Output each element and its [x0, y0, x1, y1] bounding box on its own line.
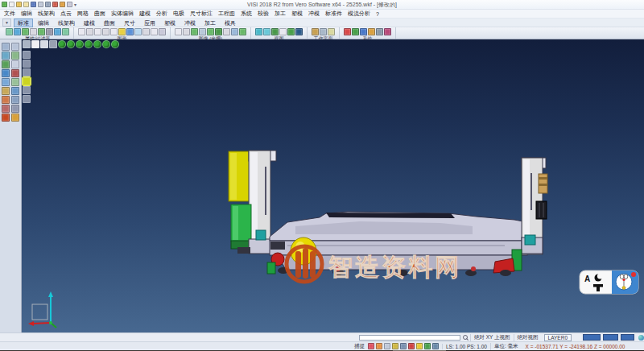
command-input[interactable]: [359, 335, 460, 341]
snap-icon[interactable]: [416, 343, 423, 349]
ribbon-icon[interactable]: [110, 28, 118, 35]
left-toolbar-icon[interactable]: [11, 78, 19, 86]
quick-access-icon[interactable]: [9, 2, 14, 7]
menu-item[interactable]: 尺寸标注: [190, 10, 213, 18]
toolbar-tab[interactable]: 模具: [221, 19, 240, 27]
ribbon-icon[interactable]: [368, 28, 375, 35]
ribbon-icon[interactable]: [271, 28, 279, 35]
menu-item[interactable]: 点云: [60, 10, 72, 18]
ribbon-icon[interactable]: [14, 28, 21, 35]
toolbar-tab[interactable]: 标准: [14, 19, 33, 27]
ribbon-icon[interactable]: [6, 28, 13, 35]
snap-label[interactable]: 捕捉: [354, 343, 365, 350]
workplane-status[interactable]: 绝对 XY 上视图: [470, 334, 514, 341]
ribbon-icon[interactable]: [159, 28, 166, 35]
ribbon-icon[interactable]: [352, 28, 359, 35]
left-toolbar-icon[interactable]: [2, 96, 10, 104]
left-toolbar-icon[interactable]: [2, 87, 10, 95]
quick-access-icon[interactable]: [16, 2, 22, 7]
ribbon-icon[interactable]: [142, 28, 150, 35]
toolbar-tab[interactable]: 尺寸: [120, 19, 139, 27]
units-status[interactable]: 单位: 毫米: [490, 343, 522, 350]
globe-icon[interactable]: [638, 335, 644, 341]
left-toolbar-icon[interactable]: [11, 114, 19, 122]
layer-indicator[interactable]: LAYER0: [544, 334, 572, 341]
left-toolbar-icon[interactable]: [11, 96, 19, 104]
drawing-canvas[interactable]: 智造资料网 A: [22, 39, 644, 332]
left-toolbar-icon[interactable]: [11, 60, 19, 68]
ribbon-icon[interactable]: [320, 28, 327, 35]
menu-item[interactable]: ?: [376, 11, 379, 17]
menu-item[interactable]: 电极: [173, 10, 184, 18]
menu-item[interactable]: 分析: [156, 10, 167, 18]
menu-item[interactable]: 曲面: [94, 10, 105, 18]
ribbon-icon[interactable]: [151, 28, 158, 35]
menu-item[interactable]: 网格: [77, 10, 89, 18]
left-toolbar-icon[interactable]: [11, 105, 19, 113]
quick-access-icon[interactable]: [31, 2, 36, 7]
left-toolbar-icon[interactable]: [2, 78, 10, 86]
ribbon-icon[interactable]: [183, 28, 190, 35]
ribbon-icon[interactable]: [223, 28, 230, 35]
left-toolbar-icon[interactable]: [11, 87, 19, 95]
toolbar-tab[interactable]: 应用: [140, 19, 159, 27]
ribbon-icon[interactable]: [94, 28, 101, 35]
toolbar-tab[interactable]: 加工: [200, 19, 220, 27]
toolbar-tab[interactable]: 冲模: [180, 19, 200, 27]
toolbar-tab[interactable]: 建模: [80, 19, 99, 27]
menu-item[interactable]: 塑模: [291, 10, 303, 18]
left-toolbar-icon[interactable]: [2, 69, 10, 77]
ribbon-icon[interactable]: [102, 28, 109, 35]
ribbon-icon[interactable]: [126, 28, 134, 35]
ribbon-icon[interactable]: [38, 28, 45, 35]
quick-access-icon[interactable]: [60, 2, 65, 7]
quick-access-icon[interactable]: [38, 2, 43, 7]
left-toolbar-icon[interactable]: [2, 52, 10, 60]
ribbon-icon[interactable]: [263, 28, 270, 35]
snap-icon[interactable]: [392, 343, 398, 349]
ribbon-icon[interactable]: [86, 28, 93, 35]
menu-item[interactable]: 文件: [4, 10, 15, 18]
snap-icon[interactable]: [424, 343, 431, 349]
ribbon-icon[interactable]: [54, 28, 61, 35]
ribbon-icon[interactable]: [295, 28, 303, 35]
menu-item[interactable]: 建模: [139, 10, 151, 18]
ribbon-icon[interactable]: [279, 28, 287, 35]
ribbon-icon[interactable]: [191, 28, 198, 35]
quick-access-icon[interactable]: [23, 2, 29, 7]
left-toolbar-icon[interactable]: [2, 105, 10, 113]
quick-access-icon[interactable]: [67, 2, 72, 7]
ribbon-icon[interactable]: [30, 28, 37, 35]
quick-access-dropdown-icon[interactable]: ▾: [74, 2, 76, 7]
snap-icon[interactable]: [368, 343, 374, 349]
snap-icon[interactable]: [384, 343, 390, 349]
left-toolbar-icon[interactable]: [2, 60, 10, 68]
ribbon-icon[interactable]: [239, 28, 246, 35]
ribbon-icon[interactable]: [328, 28, 335, 35]
menu-item[interactable]: 冲模: [308, 10, 320, 18]
snap-icon[interactable]: [400, 343, 407, 349]
view-status[interactable]: 绝对视图: [514, 334, 542, 341]
ribbon-icon[interactable]: [62, 28, 69, 35]
ribbon-icon[interactable]: [46, 28, 53, 35]
left-toolbar-icon[interactable]: [2, 114, 10, 122]
ribbon-icon[interactable]: [118, 28, 126, 35]
menu-item[interactable]: 模流分析: [348, 10, 370, 18]
ribbon-icon[interactable]: [175, 28, 182, 35]
left-toolbar-icon[interactable]: [2, 43, 10, 51]
ribbon-icon[interactable]: [312, 28, 319, 35]
ribbon-icon[interactable]: [199, 28, 206, 35]
ribbon-icon[interactable]: [360, 28, 367, 35]
ribbon-icon[interactable]: [78, 28, 85, 35]
toolbar-tab[interactable]: 塑模: [160, 19, 180, 27]
snap-icon[interactable]: [408, 343, 415, 349]
left-toolbar-icon[interactable]: [11, 69, 19, 77]
ribbon-icon[interactable]: [287, 28, 295, 35]
toolbar-tab[interactable]: 曲面: [100, 19, 119, 27]
quick-access-icon[interactable]: [45, 2, 51, 7]
ribbon-icon[interactable]: [207, 28, 214, 35]
ribbon-icon[interactable]: [344, 28, 351, 35]
menu-item[interactable]: 编辑: [21, 10, 32, 18]
ribbon-icon[interactable]: [215, 28, 222, 35]
menu-item[interactable]: 校验: [258, 10, 269, 18]
